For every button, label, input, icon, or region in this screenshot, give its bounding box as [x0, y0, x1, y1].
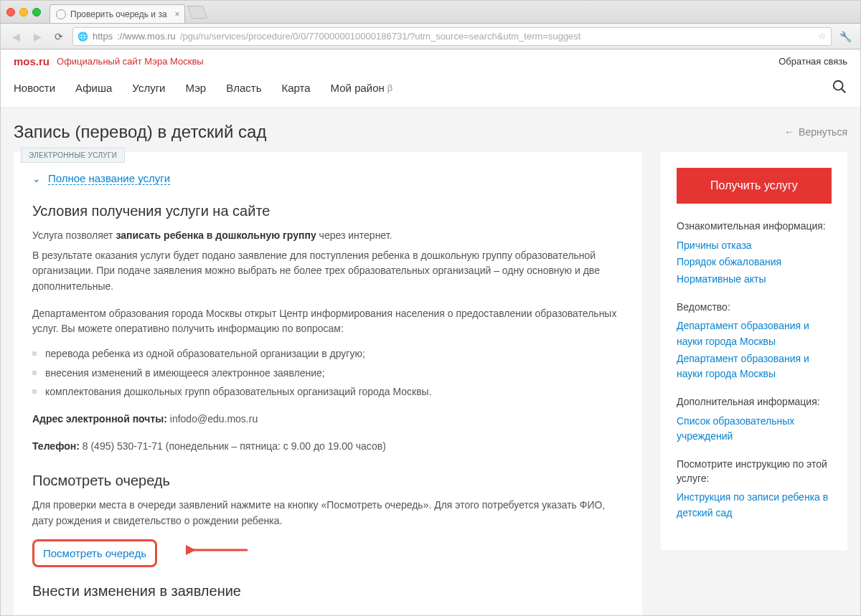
sidebar-link[interactable]: Список образовательных учреждений	[677, 414, 832, 445]
page-header: Запись (перевод) в детский сад ← Вернуть…	[14, 108, 847, 152]
url-host: ://www.mos.ru	[117, 31, 176, 42]
main-card: ЭЛЕКТРОННЫЕ УСЛУГИ ⌄ Полное название усл…	[14, 152, 642, 615]
sidebar-link[interactable]: Инструкция по записи ребенка в детский с…	[677, 490, 832, 521]
browser-title-bar: Проверить очередь и за ×	[1, 1, 860, 24]
sidebar-link[interactable]: Департамент образования и науки города М…	[677, 318, 832, 349]
site-tagline: Официальный сайт Мэра Москвы	[57, 56, 204, 67]
nav-services[interactable]: Услуги	[132, 82, 165, 94]
section-conditions-heading: Условия получения услуги на сайте	[32, 203, 624, 219]
svg-line-1	[842, 89, 846, 93]
sidebar-link[interactable]: Департамент образования и науки города М…	[677, 351, 832, 382]
bookmark-icon[interactable]: ☆	[818, 31, 827, 42]
nav-gov[interactable]: Власть	[226, 82, 261, 94]
email-value: infodo@edu.mos.ru	[167, 413, 258, 425]
sidebar-card: Получить услугу Ознакомительная информац…	[661, 152, 847, 550]
back-link[interactable]: ← Вернуться	[784, 126, 847, 138]
section-queue-heading: Посмотреть очередь	[32, 473, 624, 489]
reload-button[interactable]: ⟳	[51, 29, 67, 44]
get-service-button[interactable]: Получить услугу	[677, 168, 832, 204]
sidebar-instr-label: Посмотрите инструкцию по этой услуге:	[677, 458, 832, 485]
feedback-link[interactable]: Обратная связь	[778, 56, 847, 67]
site-logo[interactable]: mos.ru	[14, 55, 50, 67]
nav-events[interactable]: Афиша	[75, 82, 112, 94]
search-icon	[832, 79, 847, 95]
collapse-row[interactable]: ⌄ Полное название услуги	[32, 172, 624, 184]
email-label: Адрес электронной почты:	[32, 413, 167, 425]
sidebar-link[interactable]: Нормативные акты	[677, 272, 832, 288]
text-bold: записать ребенка в дошкольную группу	[116, 229, 316, 241]
text: Департаментом образования города Москвы …	[32, 306, 624, 337]
globe-icon: 🌐	[77, 32, 88, 42]
page-title: Запись (перевод) в детский сад	[14, 122, 266, 142]
new-tab-button[interactable]	[187, 6, 207, 19]
section-edit-heading: Внести изменения в заявление	[32, 583, 624, 600]
arrow-left-icon: ←	[784, 126, 794, 138]
chevron-down-icon: ⌄	[32, 173, 41, 184]
page-content: mos.ru Официальный сайт Мэра Москвы Обра…	[1, 49, 860, 615]
minimize-window-icon[interactable]	[19, 8, 28, 16]
tab-title: Проверить очередь и за	[70, 9, 167, 19]
url-path: /pgu/ru/services/procedure/0/0/770000001…	[180, 31, 581, 42]
sidebar-link[interactable]: Порядок обжалования	[677, 255, 832, 270]
close-window-icon[interactable]	[6, 8, 15, 16]
nav-news[interactable]: Новости	[14, 82, 55, 94]
maximize-window-icon[interactable]	[32, 8, 41, 16]
search-button[interactable]	[832, 79, 847, 97]
text: В результате оказания услуги будет подан…	[32, 248, 624, 295]
globe-icon	[56, 9, 66, 19]
phone-label: Телефон:	[32, 440, 80, 452]
view-queue-button[interactable]: Посмотреть очередь	[32, 539, 157, 567]
sidebar-extra-label: Дополнительная информация:	[677, 395, 832, 409]
browser-toolbar: ◀ ▶ ⟳ 🌐 https://www.mos.ru/pgu/ru/servic…	[1, 24, 860, 49]
sidebar-info-label: Ознакомительная информация:	[677, 219, 832, 234]
list-item: комплектования дошкольных групп образова…	[32, 382, 624, 402]
bullet-list: перевода ребенка из одной образовательно…	[32, 344, 624, 402]
list-item: перевода ребенка из одной образовательно…	[32, 344, 624, 364]
beta-badge: β	[387, 82, 392, 93]
nav-mayor[interactable]: Мэр	[186, 82, 207, 94]
list-item: внесения изменений в имеющееся электронн…	[32, 364, 624, 383]
forward-button[interactable]: ▶	[29, 29, 45, 44]
settings-icon[interactable]: 🔧	[837, 29, 853, 44]
full-name-toggle[interactable]: Полное название услуги	[48, 172, 170, 185]
phone-value: 8 (495) 530-71-71 (понедельник – пятница…	[80, 440, 386, 452]
section-conditions-body: Услуга позволяет записать ребенка в дошк…	[32, 228, 624, 454]
text: Для проверки места в очереди заявлений н…	[32, 498, 624, 529]
address-bar[interactable]: 🌐 https://www.mos.ru/pgu/ru/services/pro…	[72, 27, 832, 46]
url-protocol: https	[93, 31, 113, 42]
back-link-label: Вернуться	[799, 126, 847, 138]
service-tag: ЭЛЕКТРОННЫЕ УСЛУГИ	[21, 148, 125, 163]
nav-district[interactable]: Мой район	[331, 82, 385, 94]
browser-tab[interactable]: Проверить очередь и за ×	[50, 4, 185, 23]
text: Услуга позволяет	[32, 229, 116, 241]
sidebar-link[interactable]: Причины отказа	[677, 238, 832, 254]
svg-point-0	[834, 81, 843, 90]
sidebar-dept-label: Ведомство:	[677, 300, 832, 315]
close-tab-icon[interactable]: ×	[175, 9, 180, 19]
site-top-line: mos.ru Официальный сайт Мэра Москвы Обра…	[1, 49, 860, 70]
text: через интернет.	[316, 229, 392, 241]
back-button[interactable]: ◀	[8, 29, 24, 44]
window-controls	[6, 8, 41, 16]
annotation-arrow-icon	[186, 541, 250, 561]
nav-map[interactable]: Карта	[281, 82, 310, 94]
main-nav: Новости Афиша Услуги Мэр Власть Карта Мо…	[1, 70, 860, 108]
